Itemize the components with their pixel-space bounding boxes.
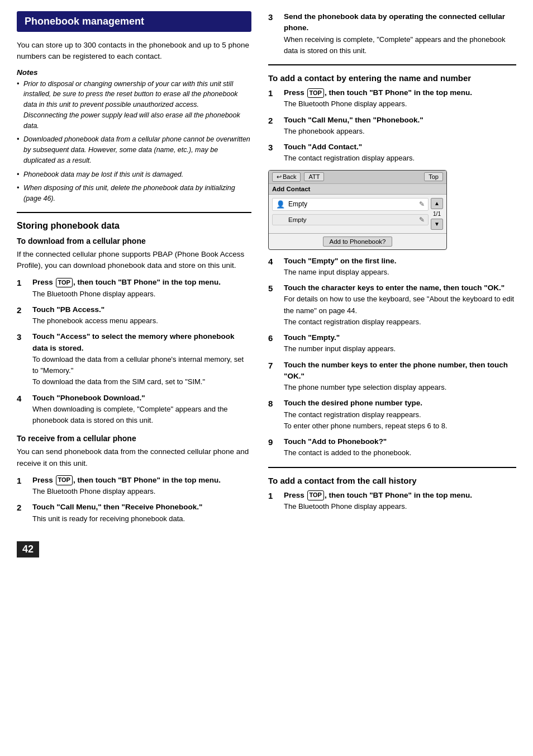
step-item: 8 Touch the desired phone number type. T… [268, 398, 516, 432]
step-item: 2 Touch "Call Menu," then "Phonebook." T… [268, 115, 516, 138]
history-steps: 1 Press TOP, then touch "BT Phone" in th… [268, 490, 516, 513]
display-side-controls: ▲ 1/1 ▼ [431, 198, 443, 230]
step-item: 2 Touch "Call Menu," then "Receive Phone… [17, 502, 251, 525]
display-entry-sub[interactable]: Empty ✎ [272, 214, 429, 225]
page-indicator: 1/1 [431, 211, 443, 217]
add-contact-heading: To add a contact by entering the name an… [268, 73, 516, 83]
section-divider [17, 212, 251, 213]
top-button-icon: TOP [56, 475, 73, 485]
add-to-phonebook-btn[interactable]: Add to Phonebook? [323, 237, 392, 247]
display-add-btn-area: Add to Phonebook? [269, 233, 446, 249]
download-subsection: To download from a cellular phone If the… [17, 237, 251, 427]
add-contact-steps: 1 Press TOP, then touch "BT Phone" in th… [268, 87, 516, 164]
top-button-icon: TOP [307, 490, 324, 500]
back-arrow-icon: ↩ [277, 173, 282, 181]
step-item: 1 Press TOP, then touch "BT Phone" in th… [17, 277, 251, 300]
send-steps: 3 Send the phonebook data by operating t… [268, 11, 516, 56]
step-item: 4 Touch "Empty" on the first line. The n… [268, 256, 516, 278]
scroll-up-btn[interactable]: ▲ [431, 198, 443, 209]
note-item: Downloaded phonebook data from a cellula… [17, 134, 251, 166]
add-from-history-heading: To add a contact from the call history [268, 476, 516, 485]
step-item: 1 Press TOP, then touch "BT Phone" in th… [268, 87, 516, 110]
entry1-text: Empty [288, 200, 419, 208]
display-entries: 👤 Empty ✎ Empty ✎ [272, 198, 429, 230]
pencil-icon-2: ✎ [419, 216, 425, 224]
download-intro: If the connected cellular phone supports… [17, 249, 251, 272]
step-item: 7 Touch the number keys to enter the pho… [268, 360, 516, 394]
receive-intro: You can send phonebook data from the con… [17, 446, 251, 469]
add-contact-section: To add a contact by entering the name an… [268, 73, 516, 459]
add-contact-steps-cont: 4 Touch "Empty" on the first line. The n… [268, 256, 516, 459]
entry2-text: Empty [288, 216, 419, 223]
notes-title: Notes [17, 68, 251, 77]
step-item: 3 Touch "Add Contact." The contact regis… [268, 141, 516, 164]
step-item: 2 Touch "PB Access." The phonebook acces… [17, 304, 251, 327]
back-label: Back [283, 173, 296, 180]
receive-steps: 1 Press TOP, then touch "BT Phone" in th… [17, 475, 251, 525]
page-title: Phonebook management [17, 11, 251, 32]
note-item: Phonebook data may be lost if this unit … [17, 169, 251, 180]
receive-heading: To receive from a cellular phone [17, 434, 251, 443]
notes-section: Notes Prior to disposal or changing owne… [17, 68, 251, 204]
contact-display-mock: ↩ Back ATT Top Add Contact 👤 Empty ✎ [268, 170, 447, 250]
scroll-down-btn[interactable]: ▼ [431, 219, 443, 230]
page-number: 42 [17, 541, 39, 557]
pencil-icon: ✎ [419, 200, 425, 208]
step-item: 4 Touch "Phonebook Download." When downl… [17, 393, 251, 427]
notes-list: Prior to disposal or changing ownership … [17, 79, 251, 204]
display-top-bar: ↩ Back ATT Top [269, 171, 446, 184]
intro-text: You can store up to 300 contacts in the … [17, 40, 251, 63]
step-item: 3 Touch "Access" to select the memory wh… [17, 331, 251, 388]
display-att-btn[interactable]: ATT [304, 172, 324, 181]
person-icon: 👤 [276, 200, 285, 209]
display-top-btn[interactable]: Top [424, 172, 443, 181]
display-entry-1[interactable]: 👤 Empty ✎ [272, 198, 429, 211]
note-item: Prior to disposal or changing ownership … [17, 79, 251, 131]
storing-heading: Storing phonebook data [17, 221, 251, 231]
step-item: 5 Touch the character keys to enter the … [268, 282, 516, 328]
top-button-icon: TOP [56, 278, 73, 287]
step-item: 9 Touch "Add to Phonebook?" The contact … [268, 436, 516, 459]
step-item: 3 Send the phonebook data by operating t… [268, 11, 516, 56]
add-from-history-section: To add a contact from the call history 1… [268, 476, 516, 513]
display-back-btn[interactable]: ↩ Back [272, 172, 301, 182]
download-heading: To download from a cellular phone [17, 237, 251, 245]
note-item: When disposing of this unit, delete the … [17, 183, 251, 204]
top-button-icon: TOP [307, 88, 324, 98]
display-section-label: Add Contact [269, 184, 446, 195]
step-item: 6 Touch "Empty." The number input displa… [268, 332, 516, 355]
receive-subsection: To receive from a cellular phone You can… [17, 434, 251, 525]
step-item: 1 Press TOP, then touch "BT Phone" in th… [268, 490, 516, 513]
step-item: 1 Press TOP, then touch "BT Phone" in th… [17, 475, 251, 498]
right-divider [268, 64, 516, 65]
download-steps: 1 Press TOP, then touch "BT Phone" in th… [17, 277, 251, 426]
history-divider [268, 467, 516, 468]
display-body: 👤 Empty ✎ Empty ✎ ▲ 1/1 ▼ [269, 195, 446, 233]
